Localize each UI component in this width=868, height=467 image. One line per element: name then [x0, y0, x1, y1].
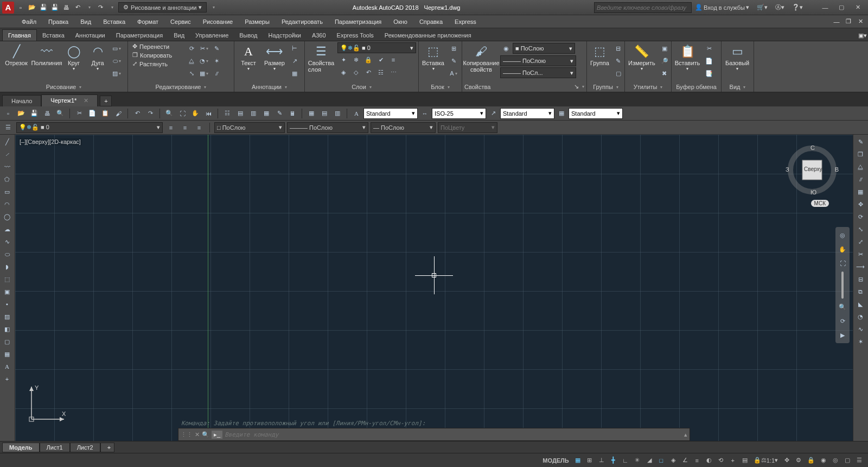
- layer-properties-button[interactable]: ☰Свойства слоя: [307, 42, 335, 74]
- mod-extend-icon[interactable]: ⟶: [854, 261, 866, 273]
- mleader-style-combo[interactable]: Standard▾: [500, 108, 554, 119]
- maximize-button[interactable]: ▢: [833, 2, 850, 13]
- close-button[interactable]: ✕: [850, 2, 866, 13]
- cmd-handle-icon[interactable]: ⋮⋮: [181, 431, 193, 438]
- mleaderstyle-icon[interactable]: ↗: [487, 108, 499, 119]
- toolpalettes-icon[interactable]: ▥: [247, 108, 259, 119]
- explode-icon[interactable]: ✶: [210, 55, 222, 67]
- menu-parametric[interactable]: Параметризация: [329, 17, 387, 26]
- calc-icon[interactable]: ✖: [659, 67, 671, 79]
- stretch-button[interactable]: ⤢Растянуть: [130, 60, 183, 68]
- group-button[interactable]: ⬚Группа: [589, 42, 610, 67]
- nav-wheel-icon[interactable]: ◎: [837, 229, 848, 241]
- mod-trim-icon[interactable]: ✂: [854, 248, 866, 260]
- exchange-icon[interactable]: 🛒▾: [755, 4, 770, 11]
- draw-mtext-icon[interactable]: A: [1, 361, 13, 373]
- layer-combo[interactable]: 💡❄🔓 ■ 0▾: [16, 122, 163, 133]
- sheetset-icon[interactable]: ▦: [260, 108, 272, 119]
- markup-icon[interactable]: ✎: [273, 108, 285, 119]
- cmd-close-icon[interactable]: ✕: [195, 431, 200, 438]
- mod-copy-icon[interactable]: ❐: [854, 148, 866, 160]
- draw-ellipsearc-icon[interactable]: ◗: [1, 261, 13, 273]
- mod-stretch-icon[interactable]: ⤢: [854, 236, 866, 248]
- viewcube[interactable]: Сверху С Ю З В МСК: [788, 146, 837, 194]
- mirror-icon[interactable]: ⧋: [186, 55, 197, 67]
- matchprop2-icon[interactable]: 🖌: [112, 108, 124, 119]
- menu-express[interactable]: Express: [449, 17, 482, 26]
- save-icon[interactable]: 💾: [38, 2, 49, 13]
- t2-icon[interactable]: ▤: [318, 108, 330, 119]
- match-properties-button[interactable]: 🖌Копирование свойств: [464, 42, 498, 74]
- mod-mirror-icon[interactable]: ⧋: [854, 161, 866, 173]
- file-tab-start[interactable]: Начало: [2, 95, 41, 106]
- textstyle-icon[interactable]: A: [350, 108, 362, 119]
- undo-icon[interactable]: ↶: [72, 2, 83, 13]
- app-logo[interactable]: A: [2, 2, 14, 14]
- fillet-icon[interactable]: ◔: [198, 55, 210, 67]
- edit-block-icon[interactable]: ✎: [448, 55, 459, 67]
- layer-make-current-icon[interactable]: ✔: [375, 54, 387, 66]
- panel-clip-title[interactable]: Буфер обмена: [674, 83, 719, 91]
- status-lockui-icon[interactable]: 🔒: [805, 455, 817, 466]
- layer-state-icon[interactable]: ☷: [375, 66, 387, 78]
- mdi-minimize-button[interactable]: —: [831, 16, 842, 27]
- status-polar-icon[interactable]: ✳: [632, 455, 643, 466]
- mod-chamfer-icon[interactable]: ◣: [854, 298, 866, 310]
- menu-modify[interactable]: Редактировать: [276, 17, 328, 26]
- draw-block-icon[interactable]: ▣: [1, 286, 13, 298]
- paste2-icon[interactable]: 📋: [99, 108, 111, 119]
- lweight-combo[interactable]: — ПоСлою▾: [371, 122, 436, 133]
- ribbon-tab-parametric[interactable]: Параметризация: [111, 30, 168, 41]
- status-cycling-icon[interactable]: ⟲: [716, 455, 726, 466]
- paste-button[interactable]: 📋Вставить▾: [674, 42, 701, 72]
- mod-break-icon[interactable]: ⊟: [854, 273, 866, 285]
- status-snap-icon[interactable]: ⊞: [584, 455, 595, 466]
- new-icon[interactable]: ▫: [15, 2, 26, 13]
- add-selected-icon[interactable]: +: [1, 373, 13, 385]
- panel-props-title[interactable]: Свойства ↘: [464, 83, 584, 91]
- menu-draw[interactable]: Рисование: [197, 17, 238, 26]
- copy-button[interactable]: ❐Копировать: [130, 51, 183, 59]
- ribbon-tab-featured[interactable]: Рекомендованные приложения: [379, 30, 477, 41]
- command-line[interactable]: ⋮⋮ ✕ 🔍 ▸_ ▴: [178, 428, 690, 441]
- saveas-icon[interactable]: 💾: [49, 2, 60, 13]
- ribbon-tab-a360[interactable]: A360: [307, 30, 331, 41]
- menu-view[interactable]: Вид: [75, 17, 97, 26]
- cmd-recent-icon[interactable]: 🔍: [202, 431, 209, 438]
- layerprev-icon[interactable]: ≡: [179, 122, 191, 134]
- login-button[interactable]: 👤 Вход в службы ▾: [693, 4, 751, 11]
- status-hardware-icon[interactable]: ◉: [818, 455, 829, 466]
- stay-connected-icon[interactable]: Ⓐ▾: [773, 3, 787, 11]
- print-icon[interactable]: 🖶: [41, 108, 53, 119]
- draw-arc-icon[interactable]: ◠: [1, 198, 13, 210]
- select-all-icon[interactable]: ▣: [659, 42, 671, 54]
- menu-file[interactable]: Файл: [16, 17, 42, 26]
- status-osnap-icon[interactable]: □: [656, 455, 667, 466]
- dim-style-combo[interactable]: ISO-25▾: [432, 108, 486, 119]
- help-icon[interactable]: ❔▾: [790, 4, 805, 11]
- status-iso-icon[interactable]: ◢: [644, 455, 655, 466]
- status-dynamic-input-icon[interactable]: ╋: [608, 455, 619, 466]
- layer-match-icon[interactable]: ≡: [387, 54, 399, 66]
- insert-block-button[interactable]: ⬚Вставка▾: [421, 42, 445, 72]
- layer-uniso-icon[interactable]: ◇: [350, 66, 362, 78]
- ribbon-tab-express[interactable]: Express Tools: [331, 30, 379, 41]
- mdi-close-button[interactable]: ✕: [855, 16, 866, 27]
- panel-util-title[interactable]: Утилиты: [627, 83, 669, 91]
- zoom-prev-icon[interactable]: ⏮: [202, 108, 214, 119]
- workspace-selector[interactable]: ⚙ Рисование и аннотации ▾: [118, 2, 207, 12]
- layermatch2-icon[interactable]: ≡: [165, 122, 177, 134]
- mod-rotate-icon[interactable]: ⟳: [854, 211, 866, 223]
- menu-help[interactable]: Справка: [414, 17, 448, 26]
- mod-offset-icon[interactable]: ⫽: [854, 173, 866, 185]
- plotstyle-combo[interactable]: ПоЦвету▾: [438, 122, 497, 133]
- open-doc-icon[interactable]: 📂: [15, 108, 27, 119]
- zoom-slider[interactable]: [841, 272, 844, 299]
- table-icon[interactable]: ▦: [289, 67, 301, 79]
- draw-region-icon[interactable]: ▢: [1, 336, 13, 348]
- status-cleanscreen-icon[interactable]: ▢: [842, 455, 853, 466]
- copy-clip-icon[interactable]: 📄: [703, 55, 715, 67]
- create-block-icon[interactable]: ⊞: [448, 42, 459, 54]
- status-annoscale[interactable]: 🔒 ⚖ 1:1 ▾: [751, 455, 780, 466]
- draw-rect-icon[interactable]: ▭: [1, 186, 13, 198]
